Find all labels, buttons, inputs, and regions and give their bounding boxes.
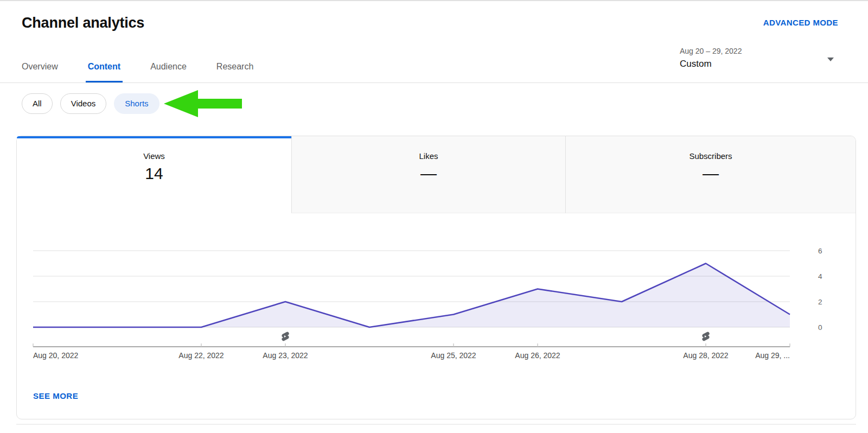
metric-value: 14 [17,164,291,183]
x-axis-date-label: Aug 20, 2022 [33,351,78,360]
content-filter-chips: All Videos Shorts [22,93,159,114]
y-axis-tick-label: 2 [818,298,822,306]
green-arrow-shape [164,90,242,117]
chip-videos[interactable]: Videos [60,93,107,114]
tab-research[interactable]: Research [216,62,253,82]
metric-value: — [566,164,856,183]
header-divider [0,82,868,83]
date-range-selector[interactable]: Aug 20 – 29, 2022 Custom [673,43,841,76]
chart-canvas: 0246 [17,218,857,364]
y-axis-tick-label: 0 [818,323,822,332]
date-range-text: Aug 20 – 29, 2022 [680,47,742,55]
page-title: Channel analytics [22,15,144,31]
y-axis-tick-label: 6 [818,247,822,255]
x-axis-date-label: Aug 23, 2022 [263,351,308,360]
metric-label: Views [17,151,291,161]
x-axis-date-label: Aug 22, 2022 [178,351,224,360]
metric-value: — [292,164,565,183]
metric-label: Subscribers [566,151,856,161]
metric-label: Likes [292,151,565,161]
tab-overview[interactable]: Overview [22,62,58,82]
series-area-fill [33,264,790,328]
analytics-nav-tabs: Overview Content Audience Research [22,62,283,82]
chip-all[interactable]: All [22,93,53,114]
x-axis-date-label: Aug 28, 2022 [683,351,728,360]
shorts-icon[interactable] [280,331,291,342]
green-arrow-annotation [163,89,242,118]
chip-shorts[interactable]: Shorts [114,93,159,114]
metric-tab-views[interactable]: Views 14 [17,136,291,213]
metric-tabs-row: Views 14 Likes — Subscribers — [17,136,856,213]
analytics-card: Views 14 Likes — Subscribers — 0246Aug 2… [16,136,856,419]
next-card-top-edge [16,424,856,425]
window-top-edge [0,0,868,1]
tab-content[interactable]: Content [88,62,120,82]
x-axis-date-label: Aug 25, 2022 [431,351,476,360]
x-axis-date-label: Aug 29, ... [755,351,790,360]
active-metric-indicator [17,136,291,138]
shorts-icon[interactable] [700,331,711,342]
advanced-mode-link[interactable]: ADVANCED MODE [763,18,838,27]
caret-down-icon [827,58,834,61]
views-area-chart: 0246Aug 20, 2022Aug 22, 2022Aug 23, 2022… [17,218,857,380]
x-axis-date-label: Aug 26, 2022 [515,351,560,360]
see-more-link[interactable]: SEE MORE [33,391,78,400]
metric-tab-likes[interactable]: Likes — [291,136,565,213]
date-range-preset: Custom [680,59,712,69]
y-axis-tick-label: 4 [818,272,822,281]
metric-tab-subscribers[interactable]: Subscribers — [565,136,856,213]
tab-audience[interactable]: Audience [150,62,187,82]
